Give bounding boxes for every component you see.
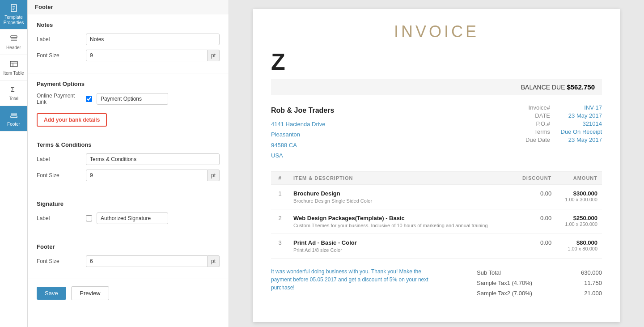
table-icon [9, 59, 18, 68]
total-row: Sample Tax1 (4.70%)11.750 [477, 278, 602, 288]
totals-section: Sub Total630.000Sample Tax1 (4.70%)11.75… [477, 268, 602, 298]
svg-text:Σ: Σ [11, 86, 15, 93]
item-description: Web Design Packages(Template) - Basic Cu… [289, 209, 514, 234]
total-label: Sample Tax1 (4.70%) [477, 280, 532, 286]
meta-po-row: P.O.# 321014 [523, 120, 602, 127]
meta-date-label: DATE [523, 112, 550, 119]
sidebar-item-label: Item Table [4, 71, 24, 76]
svg-rect-4 [11, 36, 17, 38]
meta-invoice-row: Invoice# INV-17 [523, 104, 602, 111]
company-name: Rob & Joe Traders [271, 104, 334, 117]
total-value: 11.750 [566, 280, 602, 286]
footer-fontsize-wrapper: pt [86, 255, 220, 267]
total-row: Sample Tax2 (7.00%)21.000 [477, 288, 602, 298]
terms-fontsize-input[interactable] [86, 170, 208, 181]
online-payment-label: Online Payment Link [37, 93, 86, 105]
sidebar-item-footer[interactable]: Footer [0, 106, 27, 132]
signature-section-title: Signature [37, 200, 220, 207]
notes-section-title: Notes [37, 21, 220, 28]
total-label: Sub Total [477, 269, 501, 276]
preview-panel: INVOICE Z BALANCE DUE $562.750 Rob & Joe… [229, 0, 644, 327]
invoice-preview: INVOICE Z BALANCE DUE $562.750 Rob & Joe… [253, 9, 620, 322]
footer-section-title: Footer [37, 243, 220, 250]
signature-label-field-label: Label [37, 215, 86, 221]
add-bank-details-button[interactable]: Add your bank details [37, 113, 107, 127]
svg-rect-11 [11, 116, 17, 118]
meta-terms-row: Terms Due On Receipt [523, 128, 602, 135]
save-button[interactable]: Save [37, 287, 66, 300]
col-header-amount: AMOUNT [556, 172, 602, 185]
action-buttons: Save Preview [28, 279, 229, 307]
meta-date-value: 23 May 2017 [557, 112, 602, 119]
meta-terms-value: Due On Receipt [557, 128, 602, 135]
doc-icon [9, 4, 18, 13]
balance-label: BALANCE DUE [521, 84, 565, 91]
online-payment-checkbox[interactable] [86, 96, 92, 102]
table-row: 2 Web Design Packages(Template) - Basic … [271, 209, 602, 234]
meta-po-label: P.O.# [523, 120, 550, 127]
item-discount: 0.00 [514, 209, 556, 234]
meta-invoice-label: Invoice# [523, 104, 550, 111]
sidebar-item-header[interactable]: Header [0, 30, 27, 55]
terms-section-title: Terms & Conditions [37, 141, 220, 148]
notes-fontsize-input[interactable] [86, 50, 208, 61]
col-header-num: # [271, 172, 289, 185]
preview-button[interactable]: Preview [71, 286, 109, 300]
terms-label-input[interactable] [86, 153, 220, 165]
total-row: Sub Total630.000 [477, 268, 602, 278]
notes-label-field-label: Label [37, 36, 86, 42]
panel-title: Footer [28, 0, 229, 14]
invoice-notes: It was wonderful doing business with you… [271, 268, 441, 292]
meta-po-value: 321014 [557, 120, 602, 127]
footer-fontsize-unit: pt [208, 255, 220, 267]
table-row: 1 Brochure Design Brochure Design Single… [271, 185, 602, 209]
sidebar-item-item-table[interactable]: Item Table [0, 55, 27, 81]
footer-fontsize-row: Font Size pt [37, 255, 220, 267]
total-icon: Σ [9, 85, 18, 94]
item-discount: 0.00 [514, 234, 556, 259]
sidebar-item-label: Template Properties [2, 15, 25, 25]
signature-checkbox[interactable] [86, 215, 92, 221]
total-value: 630.000 [566, 269, 602, 276]
company-address3: 94588 CA [271, 140, 334, 150]
terms-fontsize-row: Font Size pt [37, 170, 220, 181]
left-panel: Footer Notes Label Font Size pt Payment … [28, 0, 229, 327]
signature-section: Signature Label [28, 193, 229, 236]
footer-fontsize-input[interactable] [86, 255, 208, 267]
header-icon [9, 34, 18, 43]
meta-terms-label: Terms [523, 128, 550, 135]
footer-section: Footer Font Size pt [28, 236, 229, 279]
terms-fontsize-wrapper: pt [86, 170, 220, 181]
item-num: 1 [271, 185, 289, 209]
item-description: Print Ad - Basic - Color Print Ad 1/8 si… [289, 234, 514, 259]
terms-fontsize-unit: pt [208, 170, 220, 181]
item-amount: $250.000 1.00 x 250.000 [556, 209, 602, 234]
company-address2: Pleasanton [271, 129, 334, 140]
item-description: Brochure Design Brochure Design Single S… [289, 185, 514, 209]
item-amount: $300.000 1.00 x 300.000 [556, 185, 602, 209]
online-payment-row: Online Payment Link [37, 93, 220, 105]
meta-invoice-value: INV-17 [557, 104, 602, 111]
item-discount: 0.00 [514, 185, 556, 209]
sidebar-item-total[interactable]: Σ Total [0, 81, 27, 106]
total-label: Sample Tax2 (7.00%) [477, 290, 532, 297]
invoice-title: INVOICE [271, 22, 602, 41]
payment-options-title: Payment Options [37, 81, 220, 87]
company-logo: Z [271, 48, 602, 75]
invoice-footer: It was wonderful doing business with you… [271, 268, 602, 298]
notes-section: Notes Label Font Size pt [28, 14, 229, 73]
item-amount: $80.000 1.00 x 80.000 [556, 234, 602, 259]
online-payment-input[interactable] [97, 93, 168, 105]
footer-fontsize-label: Font Size [37, 258, 86, 264]
sidebar-item-label: Header [6, 45, 21, 50]
sidebar-item-template-properties[interactable]: Template Properties [0, 0, 27, 30]
notes-label-input[interactable] [86, 34, 220, 45]
signature-controls [86, 212, 168, 224]
item-num: 3 [271, 234, 289, 259]
terms-fontsize-label: Font Size [37, 172, 86, 178]
total-value: 21.000 [566, 290, 602, 297]
invoice-meta: Invoice# INV-17 DATE 23 May 2017 P.O.# 3… [523, 104, 602, 161]
terms-conditions-section: Terms & Conditions Label Font Size pt [28, 134, 229, 193]
signature-label-input[interactable] [97, 212, 168, 224]
invoice-info: Rob & Joe Traders 4141 Hacienda Drive Pl… [271, 104, 602, 161]
